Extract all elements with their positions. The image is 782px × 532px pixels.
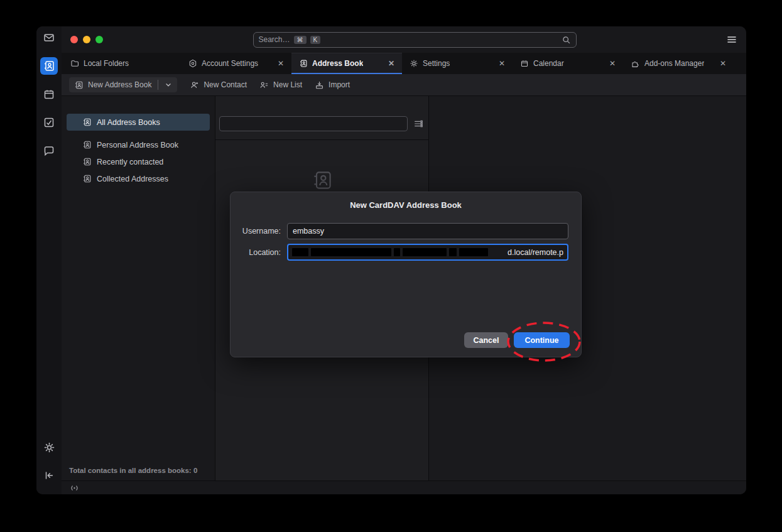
global-search-field[interactable]: Search… ⌘ K (253, 32, 577, 48)
mail-icon (43, 31, 55, 44)
redaction-bar (459, 248, 488, 256)
new-contact-button[interactable]: New Contact (190, 80, 247, 90)
tab-label: Account Settings (202, 59, 258, 68)
continue-button[interactable]: Continue (514, 332, 570, 348)
address-book-toolbar: New Address Book New Contact (62, 74, 746, 96)
chat-space-button[interactable] (40, 142, 58, 160)
new-contact-icon (190, 80, 199, 90)
address-books-pane: All Address Books Personal Address Book … (62, 96, 215, 480)
address-book-icon (43, 60, 55, 72)
tab-label: Address Book (312, 59, 363, 68)
new-carddav-dialog: New CardDAV Address Book Username: Locat… (230, 192, 582, 357)
chat-icon (43, 144, 55, 157)
dialog-buttons: Cancel Continue (464, 332, 570, 348)
tab-label: Add-ons Manager (644, 59, 704, 68)
new-address-book-button[interactable]: New Address Book (69, 77, 177, 92)
close-tab-icon[interactable]: ✕ (388, 60, 394, 67)
account-settings-icon (188, 59, 197, 68)
settings-space-button[interactable] (40, 438, 58, 456)
address-book-name: Collected Addresses (97, 175, 168, 183)
redaction-bar (449, 248, 457, 256)
divider (158, 80, 158, 90)
tab-local-folders[interactable]: Local Folders (63, 53, 181, 74)
close-window-button[interactable] (70, 36, 78, 43)
zoom-window-button[interactable] (95, 36, 103, 43)
calendar-icon (43, 88, 55, 100)
username-input[interactable] (287, 223, 568, 239)
redaction-bar (403, 248, 447, 256)
import-button[interactable]: Import (315, 80, 350, 90)
username-row: Username: (231, 223, 581, 239)
desktop-background: Search… ⌘ K (0, 0, 782, 532)
spaces-toolbar (36, 26, 62, 494)
tab-label: Local Folders (84, 59, 129, 68)
cmd-keycap: ⌘ (294, 36, 307, 44)
calendar-icon (520, 59, 529, 68)
puzzle-icon (631, 59, 640, 68)
redaction-bar (292, 248, 308, 256)
tab-bar: Local Folders Account Settings ✕ Address… (62, 53, 746, 74)
close-tab-icon[interactable]: ✕ (720, 60, 726, 67)
address-book-icon (74, 80, 84, 90)
tasks-space-button[interactable] (40, 114, 58, 131)
tab-account-settings[interactable]: Account Settings ✕ (181, 53, 291, 74)
app-menu-button[interactable] (726, 34, 737, 45)
total-contacts-status: Total contacts in all address books: 0 (62, 460, 215, 480)
address-book-list-item[interactable]: Recently contacted (67, 153, 210, 170)
address-book-list-item[interactable]: Personal Address Book (67, 136, 210, 153)
address-book-icon (299, 59, 308, 68)
address-book-name: All Address Books (97, 118, 160, 127)
search-placeholder: Search… (259, 35, 290, 44)
minimize-window-button[interactable] (83, 36, 90, 43)
location-row: Location: d.local/remote.p (231, 244, 581, 261)
close-tab-icon[interactable]: ✕ (278, 60, 284, 67)
new-contact-label: New Contact (204, 80, 247, 89)
dialog-title: New CardDAV Address Book (231, 192, 581, 210)
collapse-left-icon (43, 470, 55, 481)
tab-address-book[interactable]: Address Book ✕ (291, 53, 402, 74)
address-book-icon (82, 140, 92, 149)
folder-icon (70, 59, 79, 68)
import-icon (315, 80, 324, 90)
mail-space-button[interactable] (40, 29, 58, 46)
address-book-list-item[interactable]: All Address Books (67, 114, 210, 131)
contacts-search-row (215, 96, 428, 140)
tab-calendar[interactable]: Calendar ✕ (513, 53, 623, 74)
close-tab-icon[interactable]: ✕ (499, 60, 505, 67)
tab-label: Settings (423, 59, 450, 68)
window-header: Search… ⌘ K (62, 26, 746, 53)
chevron-down-icon[interactable] (165, 81, 172, 89)
username-label: Username: (239, 227, 281, 236)
contacts-search-input[interactable] (219, 116, 408, 131)
address-book-list-item[interactable]: Collected Addresses (67, 170, 210, 187)
new-list-label: New List (273, 80, 302, 89)
tab-settings[interactable]: Settings ✕ (402, 53, 513, 74)
traffic-lights (70, 36, 103, 43)
new-list-icon (259, 80, 269, 90)
tab-addons-manager[interactable]: Add-ons Manager ✕ (623, 53, 734, 74)
address-book-name: Personal Address Book (97, 141, 178, 149)
address-book-name: Recently contacted (97, 158, 163, 166)
new-list-button[interactable]: New List (259, 80, 302, 90)
close-tab-icon[interactable]: ✕ (609, 60, 616, 67)
hamburger-icon (726, 34, 737, 45)
network-broadcast-icon (69, 484, 80, 492)
tasks-icon (43, 116, 55, 129)
k-keycap: K (310, 36, 321, 44)
location-visible-text: d.local/remote.p (508, 248, 563, 257)
redaction-bar (394, 248, 400, 256)
gear-icon (410, 59, 418, 68)
redaction-bar (311, 248, 391, 256)
tab-label: Calendar (533, 59, 564, 68)
gear-icon (43, 442, 55, 453)
location-input[interactable]: d.local/remote.p (287, 244, 568, 261)
address-book-icon (82, 157, 92, 166)
import-label: Import (329, 80, 350, 89)
address-book-space-button[interactable] (40, 57, 58, 75)
status-bar (62, 480, 746, 494)
display-options-icon[interactable] (413, 119, 423, 129)
cancel-button[interactable]: Cancel (464, 332, 508, 348)
collapse-spaces-button[interactable] (40, 467, 58, 484)
calendar-space-button[interactable] (40, 85, 58, 103)
location-label: Location: (239, 248, 281, 257)
